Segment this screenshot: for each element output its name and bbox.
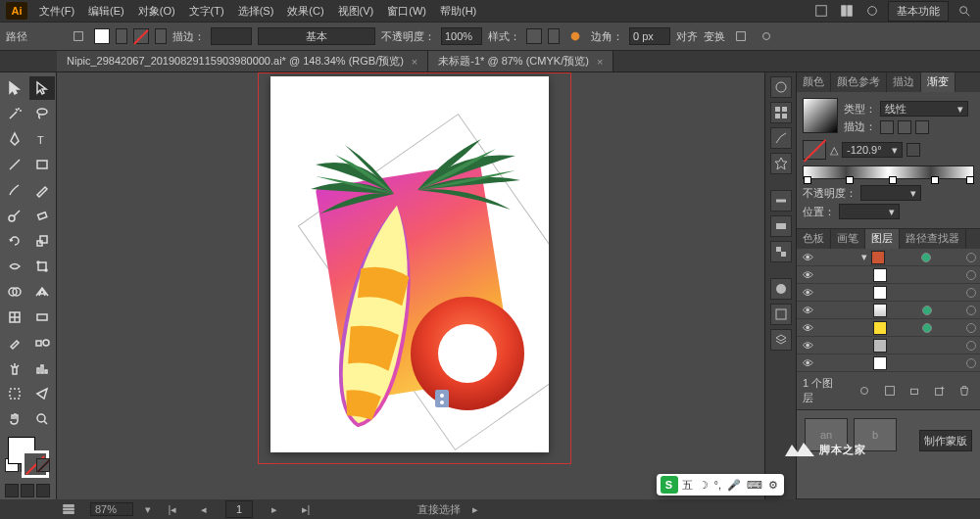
drawing-mode-normal[interactable] [5,484,19,497]
layer-row[interactable]: 👁 [797,284,980,302]
gradient-stop[interactable] [889,176,897,184]
aspect-lock-icon[interactable] [906,143,920,157]
blend-tool[interactable] [29,331,55,354]
artboard[interactable] [270,76,549,452]
tab-swatches[interactable]: 色板 [797,229,831,249]
document-tab-2[interactable]: 未标题-1* @ 87% (CMYK/预览) × [428,51,613,71]
gradient-angle-field[interactable]: -120.9°▾ [842,142,903,158]
type-tool[interactable]: T [29,127,55,151]
search-icon[interactable] [955,2,974,20]
visibility-icon[interactable]: 👁 [801,321,814,335]
pen-tool[interactable] [2,127,27,151]
new-layer-icon[interactable] [930,382,950,400]
drawing-mode-inside[interactable] [36,484,50,497]
free-transform-tool[interactable] [29,255,55,278]
perspective-grid-tool[interactable] [29,280,55,304]
stop-position-field[interactable]: ▾ [839,204,900,219]
make-mask-button[interactable]: 制作蒙版 [919,430,972,451]
slice-tool[interactable] [29,382,55,405]
ime-settings-icon[interactable]: ⚙ [766,479,780,492]
gradient-type-dropdown[interactable]: 线性▾ [880,101,968,117]
gradient-tool[interactable] [29,306,55,329]
close-icon[interactable]: × [412,56,417,68]
paintbrush-tool[interactable] [2,178,27,202]
status-menu-icon[interactable] [59,500,78,518]
zoom-field[interactable]: 87% [90,502,133,516]
stroke-grad-opt-3[interactable] [915,120,929,134]
style-swatch[interactable] [526,28,542,44]
arrange-icon[interactable] [837,2,857,20]
layer-row[interactable]: 👁 [797,354,980,372]
layer-row[interactable]: 👁▾ [797,249,980,266]
stroke-grad-opt-2[interactable] [898,120,911,134]
color-mode-none[interactable] [36,458,50,472]
gradient-swap-icon[interactable] [803,140,826,160]
menu-effect[interactable]: 效果(C) [287,4,323,19]
direct-selection-tool[interactable] [29,76,55,100]
fill-dropdown[interactable] [116,28,127,44]
transform-label[interactable]: 变换 [704,29,725,44]
gradient-stop[interactable] [804,176,811,184]
tab-layers[interactable]: 图层 [865,229,900,249]
tab-gradient[interactable]: 渐变 [921,72,956,92]
fill-stroke-indicator[interactable] [2,433,55,482]
sync-icon[interactable] [862,2,882,20]
layer-row[interactable]: 👁 [797,266,980,284]
ime-logo-icon[interactable]: S [661,476,678,494]
lasso-tool[interactable] [29,102,55,125]
visibility-icon[interactable]: 👁 [801,339,814,353]
corner-field[interactable]: 0 px [629,27,670,45]
menu-select[interactable]: 选择(S) [238,4,274,19]
opacity-field[interactable]: 100% [441,27,482,45]
recolor-icon[interactable] [565,27,585,45]
selection-indicator[interactable] [922,306,932,315]
anchor-icon[interactable] [69,27,88,45]
align-label[interactable]: 对齐 [676,29,698,44]
layer-row[interactable]: 👁 [797,319,980,337]
scale-tool[interactable] [29,229,55,253]
visibility-icon[interactable]: 👁 [801,268,814,282]
close-icon[interactable]: × [597,56,603,68]
nav-last-icon[interactable]: ▸| [296,500,316,518]
stroke-dropdown[interactable] [155,28,167,44]
mesh-tool[interactable] [2,306,27,329]
dock-swatches-icon[interactable] [770,102,792,123]
ime-toolbar[interactable]: S 五 ☽ °, 🎤 ⌨ ⚙ [657,474,784,495]
dock-brushes-icon[interactable] [770,127,792,149]
isolate-icon[interactable] [731,27,751,45]
eyedropper-tool[interactable] [2,331,27,354]
width-tool[interactable] [2,255,27,278]
target-indicator[interactable] [966,288,976,298]
rotate-tool[interactable] [2,229,27,253]
shape-builder-tool[interactable] [2,280,27,304]
nav-next-icon[interactable]: ▸ [265,500,284,518]
dock-color-icon[interactable] [770,76,792,98]
visibility-icon[interactable]: 👁 [801,286,814,300]
artboard-tool[interactable] [2,382,27,405]
artboard-nav-field[interactable]: 1 [225,500,253,518]
ime-mode[interactable]: 五 [680,478,695,493]
magic-wand-tool[interactable] [2,102,27,125]
line-tool[interactable] [2,153,27,176]
selection-indicator[interactable] [921,253,931,262]
ime-moon-icon[interactable]: ☽ [697,479,710,492]
menu-help[interactable]: 帮助(H) [440,4,476,19]
menu-file[interactable]: 文件(F) [39,4,74,19]
tab-color[interactable]: 颜色 [797,72,831,92]
menu-edit[interactable]: 编辑(E) [88,4,124,19]
dock-stroke-icon[interactable] [770,190,792,212]
brush-preset[interactable]: 基本 [258,27,375,45]
gradient-stop[interactable] [966,176,974,184]
stroke-grad-opt-1[interactable] [880,120,894,134]
new-sublayer-icon[interactable] [905,382,924,400]
ime-punct-icon[interactable]: °, [712,479,723,491]
dock-layers-icon[interactable] [770,329,792,351]
dock-appearance-icon[interactable] [770,278,792,300]
edit-icon[interactable] [757,27,776,45]
stroke-swatch[interactable] [133,28,149,44]
symbol-sprayer-tool[interactable] [2,356,27,380]
gradient-stop[interactable] [846,176,854,184]
stroke-weight-field[interactable] [211,27,252,45]
tab-color-guide[interactable]: 颜色参考 [831,72,887,92]
make-clipping-mask-icon[interactable] [880,382,900,400]
